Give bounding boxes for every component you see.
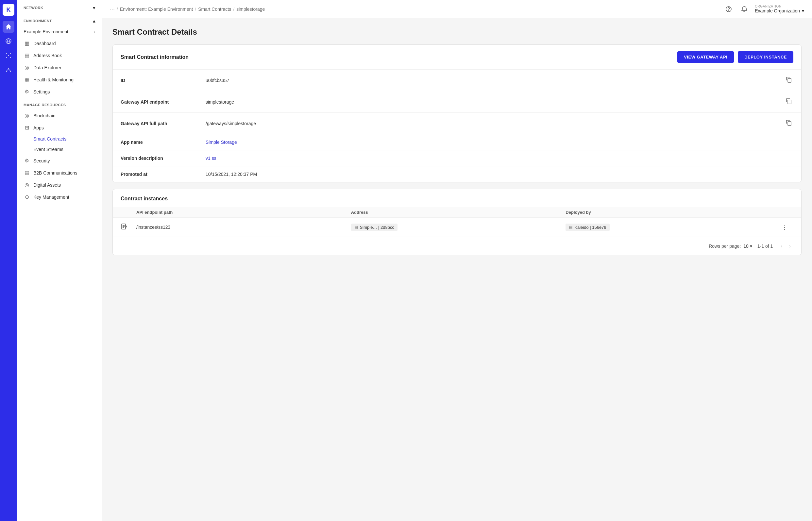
- network-chevron[interactable]: ▾: [93, 5, 95, 10]
- sidebar-item-health-monitoring[interactable]: ▦ Health & Monitoring: [17, 73, 102, 86]
- next-page-button[interactable]: ›: [787, 242, 793, 250]
- view-gateway-api-button[interactable]: VIEW GATEWAY API: [677, 51, 734, 63]
- sidebar-item-label: B2B Communications: [33, 170, 77, 176]
- org-name: Example Organization: [755, 8, 800, 14]
- row-deployed-by: ▤ Kaleido | 156e79: [565, 224, 780, 231]
- sidebar-item-address-book[interactable]: ▤ Address Book: [17, 49, 102, 62]
- info-row-app-name: App name Simple Storage: [113, 134, 801, 150]
- row-actions: ⋮: [780, 222, 793, 232]
- sidebar-item-dashboard[interactable]: ▦ Dashboard: [17, 37, 102, 49]
- info-row-gateway-full-path: Gateway API full path /gateways/simplest…: [113, 112, 801, 134]
- copy-id-button[interactable]: [784, 75, 793, 86]
- contract-instances-title: Contract instances: [113, 189, 801, 207]
- id-label: ID: [121, 78, 206, 83]
- dashboard-icon: ▦: [24, 40, 30, 46]
- org-select-button[interactable]: Example Organization ▾: [755, 8, 804, 14]
- row-icon: [121, 223, 136, 231]
- svg-rect-15: [788, 78, 791, 82]
- version-desc-label: Version description: [121, 156, 206, 161]
- environment-chevron[interactable]: ▴: [93, 18, 95, 24]
- nav-nodes[interactable]: [3, 64, 15, 76]
- promoted-at-value: 10/15/2021, 12:20:37 PM: [206, 172, 793, 177]
- breadcrumb-env[interactable]: Environment: Example Environment: [120, 6, 193, 12]
- b2b-icon: ▤: [24, 169, 30, 176]
- sidebar-item-smart-contracts[interactable]: Smart Contracts: [17, 134, 102, 144]
- deploy-instance-button[interactable]: DEPLOY INSTANCE: [738, 51, 793, 63]
- row-more-button[interactable]: ⋮: [780, 222, 789, 232]
- gateway-endpoint-label: Gateway API endpoint: [121, 99, 206, 105]
- sidebar-item-settings[interactable]: ⚙ Settings: [17, 86, 102, 98]
- sidebar-environment-name[interactable]: Example Environment ›: [17, 26, 102, 37]
- org-selector[interactable]: ORGANIZATION Example Organization ▾: [755, 5, 804, 14]
- breadcrumb-smart-contracts[interactable]: Smart Contracts: [198, 6, 231, 12]
- rows-per-page: Rows per page: 10 ▾: [709, 244, 752, 249]
- help-button[interactable]: [723, 4, 734, 15]
- breadcrumb-dots[interactable]: ···: [110, 5, 115, 13]
- nav-globe[interactable]: [3, 35, 15, 47]
- contract-instances-card: Contract instances API endpoint path Add…: [112, 189, 802, 255]
- sidebar-item-label: Apps: [33, 125, 44, 130]
- sidebar-item-apps[interactable]: ⊞ Apps: [17, 121, 102, 134]
- col-header-deployed-by: Deployed by: [565, 210, 780, 215]
- svg-line-12: [8, 69, 10, 71]
- deployed-badge-text: Kaleido | 156e79: [574, 225, 606, 230]
- network-label: NETWORK: [24, 6, 43, 10]
- breadcrumb-sep-2: /: [195, 6, 196, 12]
- org-label: ORGANIZATION: [755, 5, 781, 8]
- address-badge-icon: ▤: [354, 225, 358, 229]
- id-value: u0bfcbs357: [206, 78, 784, 83]
- svg-rect-4: [8, 55, 9, 56]
- breadcrumb-simplestorage[interactable]: simplestorage: [236, 6, 265, 12]
- prev-page-button[interactable]: ‹: [778, 242, 785, 250]
- key-icon: ⊙: [24, 194, 30, 200]
- header-actions: ORGANIZATION Example Organization ▾: [723, 4, 804, 15]
- svg-point-9: [6, 71, 7, 72]
- sidebar: NETWORK ▾ ENVIRONMENT ▴ Example Environm…: [17, 0, 102, 521]
- page-info: 1-1 of 1: [758, 244, 773, 249]
- sidebar-item-label: Dashboard: [33, 41, 56, 46]
- card-header-actions: VIEW GATEWAY API DEPLOY INSTANCE: [677, 51, 793, 63]
- main-area: ··· / Environment: Example Environment /…: [102, 0, 812, 521]
- sidebar-item-data-explorer[interactable]: ◎ Data Explorer: [17, 62, 102, 73]
- sidebar-item-key-management[interactable]: ⊙ Key Management: [17, 191, 102, 203]
- nav-network[interactable]: [3, 50, 15, 62]
- sidebar-item-label: Blockchain: [33, 113, 55, 118]
- environment-section-header: ENVIRONMENT ▴: [17, 13, 102, 26]
- nav-home[interactable]: [3, 21, 15, 33]
- svg-rect-6: [6, 57, 7, 58]
- notifications-button[interactable]: [739, 4, 749, 15]
- rows-chevron: ▾: [750, 244, 752, 249]
- svg-point-10: [10, 71, 11, 72]
- gateway-fullpath-label: Gateway API full path: [121, 121, 206, 126]
- sidebar-item-label: Address Book: [33, 53, 62, 58]
- copy-gateway-endpoint-button[interactable]: [784, 96, 793, 107]
- sidebar-item-digital-assets[interactable]: ◎ Digital Assets: [17, 179, 102, 191]
- rows-per-page-select[interactable]: 10 ▾: [743, 244, 752, 249]
- sidebar-item-label: Security: [33, 158, 50, 163]
- gateway-endpoint-value: simplestorage: [206, 99, 784, 105]
- sidebar-item-event-streams[interactable]: Event Streams: [17, 144, 102, 155]
- manage-resources-label: MANAGE RESOURCES: [24, 103, 66, 107]
- rows-per-page-label: Rows per page:: [709, 244, 741, 249]
- environment-label: ENVIRONMENT: [24, 19, 52, 23]
- col-header-actions: [780, 210, 793, 215]
- info-row-version-desc: Version description v1 ss: [113, 150, 801, 166]
- manage-resources-section-header: MANAGE RESOURCES: [17, 98, 102, 110]
- info-row-promoted-at: Promoted at 10/15/2021, 12:20:37 PM: [113, 166, 801, 182]
- logo[interactable]: K: [3, 4, 15, 16]
- sidebar-item-b2b[interactable]: ▤ B2B Communications: [17, 167, 102, 179]
- sidebar-item-security[interactable]: ⚙ Security: [17, 155, 102, 167]
- app-name-value[interactable]: Simple Storage: [206, 140, 793, 145]
- svg-point-8: [8, 68, 9, 69]
- version-desc-value[interactable]: v1 ss: [206, 156, 793, 161]
- content-area: Smart Contract Details Smart Contract in…: [102, 18, 812, 521]
- sidebar-item-blockchain[interactable]: ◎ Blockchain: [17, 110, 102, 121]
- col-header-icon: [121, 210, 136, 215]
- copy-gateway-fullpath-button[interactable]: [784, 118, 793, 129]
- table-row: /instances/ss123 ▤ Simple… | 2d8bcc ▤ Ka…: [113, 218, 801, 237]
- page-nav: ‹ ›: [778, 242, 793, 250]
- deployed-badge: ▤ Kaleido | 156e79: [565, 224, 609, 231]
- sidebar-item-label: Settings: [33, 89, 50, 94]
- health-icon: ▦: [24, 76, 30, 83]
- svg-rect-17: [788, 121, 791, 126]
